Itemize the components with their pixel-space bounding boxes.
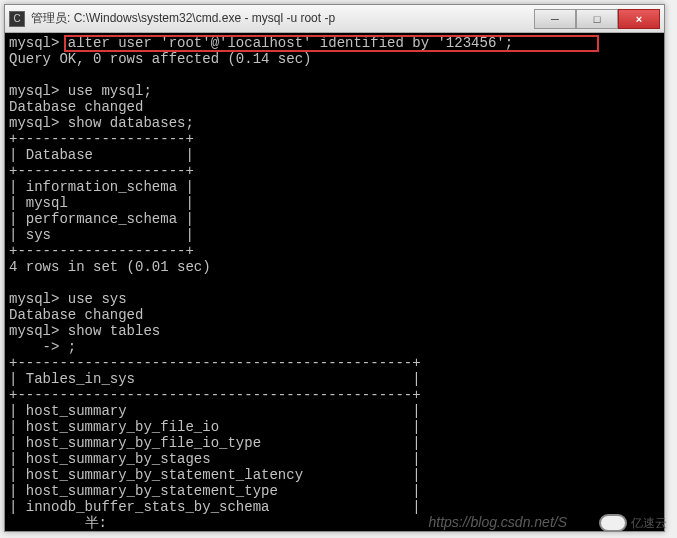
minimize-button[interactable]: ─ — [534, 9, 576, 29]
terminal-output: mysql> alter user 'root'@'localhost' ide… — [9, 35, 660, 531]
maximize-button[interactable]: □ — [576, 9, 618, 29]
cmd-window: C 管理员: C:\Windows\system32\cmd.exe - mys… — [4, 4, 665, 532]
watermark-logo: 亿速云 — [599, 514, 667, 532]
cloud-icon — [599, 514, 627, 532]
window-controls: ─ □ × — [534, 9, 660, 29]
watermark-url: https://blog.csdn.net/S — [428, 514, 567, 530]
titlebar[interactable]: C 管理员: C:\Windows\system32\cmd.exe - mys… — [5, 5, 664, 33]
window-title: 管理员: C:\Windows\system32\cmd.exe - mysql… — [31, 10, 534, 27]
cmd-icon: C — [9, 11, 25, 27]
terminal-area[interactable]: mysql> alter user 'root'@'localhost' ide… — [5, 33, 664, 531]
watermark-brand: 亿速云 — [631, 515, 667, 532]
close-button[interactable]: × — [618, 9, 660, 29]
